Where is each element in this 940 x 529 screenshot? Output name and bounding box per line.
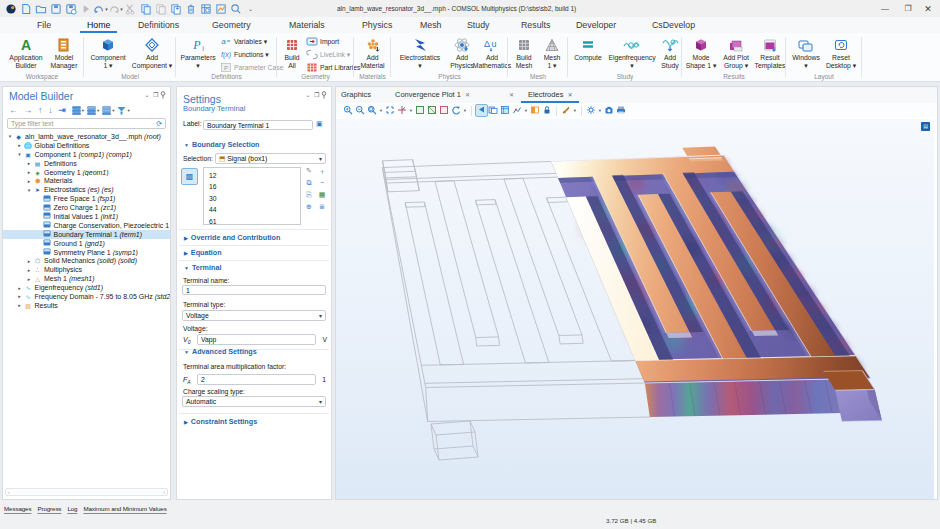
svg-text:i: i	[202, 45, 204, 52]
svg-text:Δ: Δ	[484, 39, 490, 49]
svg-text:P: P	[224, 65, 228, 71]
svg-text:P: P	[192, 38, 201, 52]
svg-text:u: u	[491, 39, 496, 49]
svg-text:a: a	[221, 37, 226, 46]
svg-text:=: =	[227, 38, 231, 44]
svg-text:f(x): f(x)	[221, 51, 231, 59]
svg-text:A: A	[21, 37, 31, 53]
